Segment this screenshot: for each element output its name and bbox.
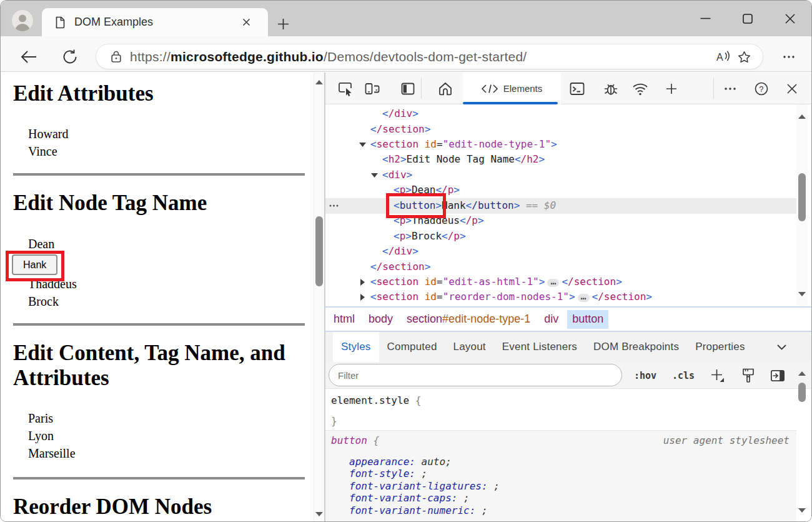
new-tab-button[interactable]: [274, 15, 292, 33]
css-property-value[interactable]: ;: [415, 468, 427, 479]
browser-tab[interactable]: DOM Examples: [42, 8, 268, 36]
window-maximize-button[interactable]: [726, 4, 769, 33]
page-scrollbar-thumb[interactable]: [315, 216, 323, 286]
devtools-help-button[interactable]: ?: [752, 79, 771, 98]
address-bar[interactable]: https://microsoftedge.github.io/Demos/de…: [96, 44, 763, 69]
format-styles-button[interactable]: [739, 366, 758, 385]
profile-avatar[interactable]: [12, 10, 33, 31]
css-property-name[interactable]: font-variant-numeric:: [325, 504, 475, 516]
expand-arrow-icon[interactable]: [359, 137, 366, 153]
ellipsis-icon: [783, 56, 795, 58]
dom-tree-row[interactable]: </div>: [325, 106, 796, 122]
dom-tree-scrollbar[interactable]: [796, 104, 808, 306]
devtools-close-button[interactable]: [783, 79, 801, 98]
devtools-home-button[interactable]: [436, 79, 455, 98]
scroll-up-icon[interactable]: [315, 80, 323, 84]
toggle-sidebar-button[interactable]: [768, 366, 787, 385]
stylesheet-origin-label: user agent stylesheet: [663, 434, 790, 448]
scroll-down-icon[interactable]: [798, 508, 806, 513]
dom-tree-row[interactable]: <section id="edit-as-html-1">…</section>: [325, 274, 796, 290]
console-button[interactable]: [568, 79, 587, 98]
css-property-name[interactable]: font-variant-ligatures:: [325, 480, 488, 492]
tab-elements[interactable]: Elements: [463, 73, 561, 104]
styles-pane: element.style {}button {user agent style…: [325, 389, 811, 522]
dom-tree-row[interactable]: </div>: [325, 244, 796, 259]
page-paragraph: Lyon: [28, 427, 305, 444]
collapse-arrow-icon[interactable]: [359, 289, 366, 305]
refresh-button[interactable]: [61, 48, 79, 66]
sidebar-tab-styles[interactable]: Styles: [333, 332, 379, 362]
dock-side-button[interactable]: [399, 79, 417, 98]
lock-icon[interactable]: [111, 51, 121, 63]
sidebar-tab-dom-breakpoints[interactable]: DOM Breakpoints: [585, 332, 687, 362]
breadcrumb-item[interactable]: body: [364, 310, 398, 329]
dom-tree-row[interactable]: </section>: [325, 259, 796, 275]
css-property-value[interactable]: ;: [475, 504, 487, 516]
expand-arrow-icon[interactable]: [370, 168, 378, 183]
dom-tree-row[interactable]: <p>Brock</p>: [325, 229, 796, 244]
dom-tree-row[interactable]: <div>: [325, 168, 796, 183]
css-property-value[interactable]: ;: [488, 480, 500, 492]
dom-tree-row[interactable]: </section>: [325, 122, 796, 138]
styles-scrollbar[interactable]: [796, 362, 808, 522]
styles-sidebar-tabs: StylesComputedLayoutEvent ListenersDOM B…: [325, 331, 811, 362]
more-tabs-button[interactable]: [662, 79, 681, 98]
devtools-menu-button[interactable]: [721, 79, 740, 98]
dom-tree-row[interactable]: <h2>Edit Node Tag Name</h2>: [325, 152, 796, 168]
dom-tree-row[interactable]: <section id="reorder-dom-nodes-1">…</sec…: [325, 289, 796, 305]
css-property-name[interactable]: appearance:: [325, 456, 415, 468]
devtools-toolbar: Elements: [325, 73, 811, 104]
browser-window: DOM Examples: [0, 0, 812, 522]
sidebar-tab-layout[interactable]: Layout: [445, 332, 494, 362]
new-style-rule-button[interactable]: [708, 366, 727, 385]
collapsed-content-icon[interactable]: …: [578, 294, 590, 302]
sidebar-tab-computed[interactable]: Computed: [379, 332, 445, 362]
style-rule-selector[interactable]: button: [325, 434, 367, 446]
network-conditions-button[interactable]: [631, 79, 650, 98]
read-aloud-icon: A: [716, 51, 731, 63]
inspect-element-button[interactable]: [336, 79, 355, 98]
style-rule-selector[interactable]: element.style: [325, 394, 409, 406]
back-button[interactable]: [20, 48, 37, 66]
scroll-up-icon[interactable]: [798, 114, 806, 119]
css-property-value[interactable]: ;: [457, 492, 469, 504]
scroll-down-icon[interactable]: [798, 292, 806, 296]
styles-filter-input[interactable]: [329, 364, 622, 386]
styles-scrollbar-thumb[interactable]: [798, 383, 806, 402]
more-tabs-button[interactable]: [777, 332, 786, 362]
breadcrumb-item[interactable]: button: [567, 310, 608, 329]
home-icon: [438, 82, 452, 96]
device-emulation-icon: [365, 82, 380, 96]
devtools-panel: Elements: [325, 73, 811, 522]
collapsed-content-icon[interactable]: …: [547, 279, 559, 287]
window-minimize-button[interactable]: [684, 4, 726, 33]
window-close-button[interactable]: [769, 4, 811, 33]
breadcrumb-item[interactable]: html: [329, 310, 360, 329]
dom-tree-scrollbar-thumb[interactable]: [798, 173, 806, 221]
scroll-up-icon[interactable]: [798, 371, 806, 376]
page-paragraph: Marseille: [28, 444, 305, 462]
read-aloud-button[interactable]: A: [714, 47, 734, 67]
tab-close-icon[interactable]: [238, 14, 254, 31]
main-area: Edit AttributesHowardVinceEdit Node Tag …: [1, 73, 811, 522]
toggle-pseudo-classes-button[interactable]: :hov: [634, 362, 656, 389]
device-emulation-button[interactable]: [363, 79, 382, 98]
css-property-name[interactable]: font-style:: [325, 468, 415, 479]
dom-tree-row[interactable]: <section id="edit-node-type-1">: [325, 137, 796, 153]
sidebar-tab-event-listeners[interactable]: Event Listeners: [494, 332, 585, 362]
browser-menu-button[interactable]: [780, 48, 798, 66]
css-property-name[interactable]: font-variant-caps:: [325, 492, 457, 504]
url-text[interactable]: https://microsoftedge.github.io/Demos/de…: [130, 49, 714, 64]
css-property-value[interactable]: auto;: [415, 456, 452, 468]
collapse-arrow-icon[interactable]: [359, 274, 366, 290]
breadcrumb-item[interactable]: div: [539, 310, 563, 329]
inspect-icon: [338, 82, 353, 96]
page-scrollbar[interactable]: [314, 73, 324, 522]
favorites-button[interactable]: [734, 47, 754, 67]
toggle-element-classes-button[interactable]: .cls: [672, 362, 695, 389]
breadcrumb-item[interactable]: section#edit-node-type-1: [402, 310, 535, 329]
dom-node-code: </div>: [325, 106, 418, 122]
sidebar-tab-properties[interactable]: Properties: [687, 332, 753, 362]
scroll-down-icon[interactable]: [315, 512, 323, 516]
debug-button[interactable]: [602, 79, 620, 98]
